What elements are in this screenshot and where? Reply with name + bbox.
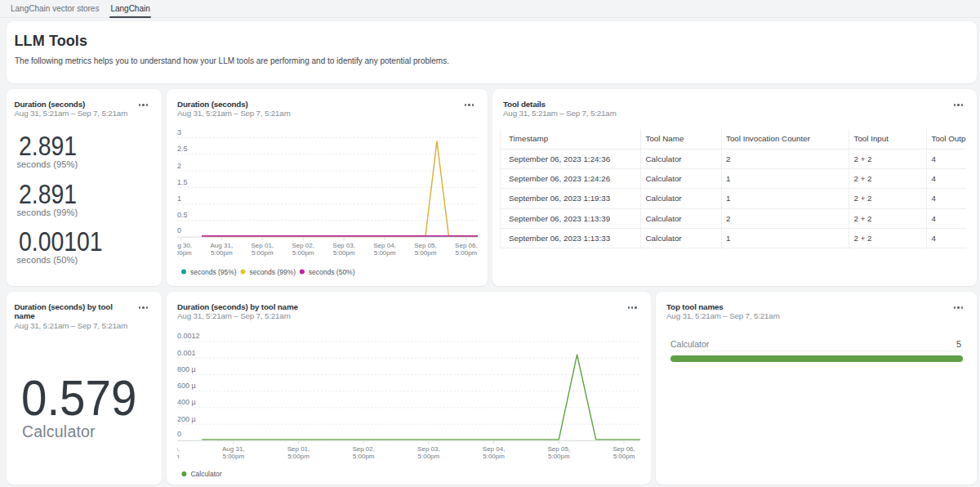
x-axis-label: 5:00pm [332,248,354,256]
x-axis-label: 5:00pm [455,248,477,256]
legend-label: Calculator [190,470,221,478]
tool-details-table: TimestampTool NameTool Invocation Counte… [500,129,966,248]
panel-title: Duration (seconds) [15,100,86,109]
panel-duration-seconds-stats: Duration (seconds) Aug 31, 5:21am – Sep … [7,89,162,287]
ellipsis-icon[interactable] [954,102,965,109]
table-cell: 2 [721,208,849,228]
table-row: September 06, 2023 1:13:33Calculator12 +… [501,228,967,248]
page-title: LLM Tools [15,33,88,50]
legend-item[interactable]: seconds (95%) [181,267,237,275]
table-cell: September 06, 2023 1:19:33 [501,189,641,208]
x-axis-label: 5:00pm [177,452,180,459]
table-cell: September 06, 2023 1:24:26 [501,169,641,189]
table-cell: September 06, 2023 1:13:39 [501,208,641,228]
table-cell: Calculator [641,189,722,208]
x-axis-label: 5:00pm [353,452,375,459]
y-axis-label: 2.5 [177,145,188,153]
y-axis-label: 400 µ [177,398,196,406]
y-axis-label: 0 [177,226,181,235]
tool-details-table-wrap: TimestampTool NameTool Invocation Counte… [500,129,966,248]
chart-svg: 0200 µ400 µ600 µ800 µ0.0010.0012Aug 30,5… [177,292,640,485]
panel-title: Duration (seconds) by tool name [15,302,129,321]
x-axis-label: 5:00pm [210,248,232,256]
table-cell: 4 [927,169,967,189]
y-axis-label: 2 [177,161,181,169]
ellipsis-icon[interactable] [954,305,965,311]
table-row: September 06, 2023 1:19:33Calculator12 +… [501,189,967,208]
duration-timeseries-chart: 00.511.522.53Aug 30,5:00pmAug 31,5:00pmS… [177,89,478,287]
tab-langchain[interactable]: LangChain [110,0,149,18]
page-header-card: LLM Tools The following metrics helps yo… [7,21,977,83]
x-axis-label: 5:00pm [373,248,395,256]
panel-title: Tool details [503,100,546,109]
stat-seconds-95-: 2.891seconds (95%) [17,132,87,170]
stat-value: 2.891 [19,181,77,208]
x-axis-label: 5:00pm [292,248,314,256]
table-cell: 2 + 2 [849,208,927,228]
table-cell: 4 [927,228,967,248]
panel-top-tool-names: Top tool names Aug 31, 5:21am – Sep 7, 5… [656,292,977,485]
panel-tool-details: Tool details Aug 31, 5:21am – Sep 7, 5:2… [492,89,977,287]
y-axis-label: 0.5 [177,211,188,219]
stat-label: Calculator [22,422,96,441]
legend-item[interactable]: seconds (50%) [299,267,354,275]
y-axis-label: 0.0012 [177,332,200,340]
table-cell: Calculator [641,149,722,168]
page-description: The following metrics helps you to under… [15,56,449,65]
stat-value: 0.579 [21,373,136,423]
legend-label: seconds (50%) [308,267,354,275]
stat-seconds-99-: 2.891seconds (99%) [17,181,87,218]
y-axis-label: 800 µ [177,364,196,373]
y-axis-label: 600 µ [177,382,196,390]
tab-langchain-vector-stores[interactable]: LangChain vector stores [11,0,99,18]
y-axis-label: 200 µ [177,414,196,422]
panel-duration-by-tool-chart: Duration (seconds) by tool name Aug 31, … [167,292,651,485]
table-header-row: TimestampTool NameTool Invocation Counte… [501,129,967,149]
column-header: Timestamp [501,129,641,149]
column-header: Tool Output [927,129,967,149]
x-axis-label: 5:00pm [483,452,505,459]
panel-title: Top tool names [666,302,724,312]
x-axis-label: 5:00pm [177,248,192,256]
y-axis-label: 1.5 [177,177,188,185]
column-header: Tool Input [849,129,927,149]
legend-item[interactable]: Calculator [181,470,221,478]
tab-bar: LangChain vector stores LangChain [0,0,980,18]
table-cell: 2 [721,149,849,168]
stat-seconds-50-: 0.00101seconds (50%) [17,228,117,266]
bar-gauge-row: Calculator5 [670,339,963,362]
legend-item[interactable]: seconds (99%) [240,267,296,275]
series-line-seconds-99- [202,141,478,235]
table-cell: September 06, 2023 1:24:36 [501,149,641,168]
panel-duration-by-tool-stat: Duration (seconds) by tool name Aug 31, … [7,292,162,485]
table-cell: 4 [927,208,967,228]
x-axis-label: 5:00pm [418,452,440,459]
x-axis-label: 5:00pm [251,248,273,256]
ellipsis-icon[interactable] [139,102,150,109]
table-row: September 06, 2023 1:24:26Calculator12 +… [501,169,967,189]
x-axis-label: 5:00pm [222,452,244,459]
table-cell: 2 + 2 [849,169,927,189]
gauge-value: 5 [956,339,961,349]
stat-value: 0.00101 [19,228,103,255]
gauge-label: Calculator [670,339,709,349]
legend-label: seconds (95%) [190,267,237,275]
table-cell: 2 + 2 [849,228,927,248]
table-cell: September 06, 2023 1:13:33 [501,228,641,248]
y-axis-label: 0 [177,430,181,438]
table-cell: Calculator [641,208,722,228]
column-header: Tool Invocation Counter [721,129,849,149]
column-header: Tool Name [641,129,722,149]
table-row: September 06, 2023 1:24:36Calculator22 +… [501,149,967,168]
panel-time-range: Aug 31, 5:21am – Sep 7, 5:21am [15,321,128,331]
y-axis-label: 0.001 [177,348,196,356]
ellipsis-icon[interactable] [139,305,150,311]
legend-label: seconds (99%) [249,267,296,275]
table-cell: 1 [721,189,849,208]
table-cell: 2 + 2 [849,189,927,208]
gauge-bar [670,355,963,362]
table-cell: 1 [721,169,849,189]
y-axis-label: 1 [177,194,181,203]
table-cell: Calculator [641,169,722,189]
table-cell: 4 [927,189,967,208]
